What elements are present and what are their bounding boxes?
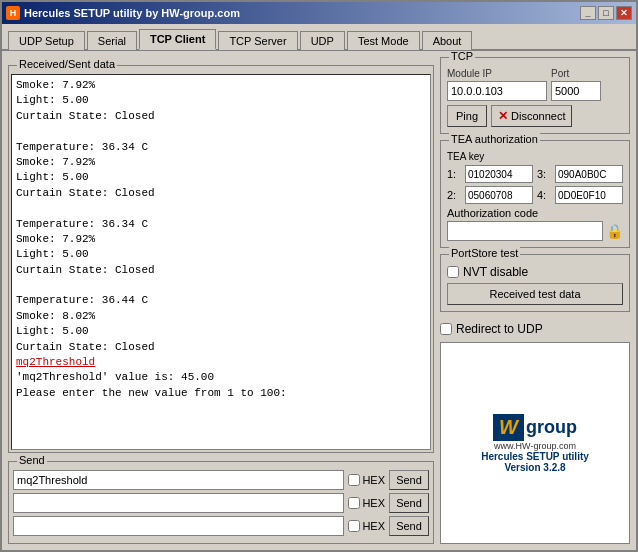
lock-icon[interactable]: 🔒 (606, 223, 623, 239)
send-input-2[interactable] (13, 493, 344, 513)
tcp-ip-field: Module IP (447, 68, 547, 101)
tcp-group-label: TCP (449, 51, 475, 62)
main-window: H Hercules SETUP utility by HW-group.com… (0, 0, 638, 552)
tcp-group: TCP Module IP Port Ping ✕ Disconne (440, 57, 630, 134)
hex-label-1: HEX (348, 474, 385, 486)
right-panel: TCP Module IP Port Ping ✕ Disconne (440, 57, 630, 544)
send-group: Send HEX Send HEX Send (8, 461, 434, 544)
hex-checkbox-2[interactable] (348, 497, 360, 509)
tea-row-1: 1: 3: (447, 165, 623, 183)
send-input-3[interactable] (13, 516, 344, 536)
hwgroup-name: group (526, 417, 577, 438)
received-text-content: Smoke: 7.92%Light: 5.00Curtain State: Cl… (16, 78, 426, 401)
title-bar: H Hercules SETUP utility by HW-group.com… (2, 2, 636, 24)
auth-code-label: Authorization code (447, 207, 623, 219)
hwgroup-url: www.HW-group.com (494, 441, 576, 451)
received-test-button[interactable]: Received test data (447, 283, 623, 305)
mq2-link[interactable]: mq2Threshold (16, 356, 95, 368)
received-group: Received/Sent data Smoke: 7.92%Light: 5.… (8, 65, 434, 453)
hwgroup-text: group (526, 417, 577, 437)
tea-key-label: TEA key (447, 151, 623, 162)
left-panel: Received/Sent data Smoke: 7.92%Light: 5.… (8, 57, 434, 544)
send-row-1: HEX Send (13, 470, 429, 490)
main-content: Received/Sent data Smoke: 7.92%Light: 5.… (2, 51, 636, 550)
tab-serial[interactable]: Serial (87, 31, 137, 50)
tea-input-2[interactable] (465, 186, 533, 204)
nvt-checkbox[interactable] (447, 266, 459, 278)
tea-num-3: 3: (537, 168, 551, 180)
title-bar-content: H Hercules SETUP utility by HW-group.com (6, 6, 240, 20)
hwgroup-version: Version 3.2.8 (504, 462, 565, 473)
received-scroll-area: Smoke: 7.92%Light: 5.00Curtain State: Cl… (11, 74, 431, 450)
maximize-button[interactable]: □ (598, 6, 614, 20)
ping-button[interactable]: Ping (447, 105, 487, 127)
send-row-2: HEX Send (13, 493, 429, 513)
auth-input-row: 🔒 (447, 221, 623, 241)
close-button[interactable]: ✕ (616, 6, 632, 20)
tea-num-2: 2: (447, 189, 461, 201)
tcp-buttons: Ping ✕ Disconnect (447, 105, 623, 127)
tea-group: TEA authorization TEA key 1: 3: 2: 4: Au… (440, 140, 630, 248)
redirect-label: Redirect to UDP (456, 322, 543, 336)
tcp-ip-label: Module IP (447, 68, 547, 79)
tcp-ip-input[interactable] (447, 81, 547, 101)
send-input-1[interactable] (13, 470, 344, 490)
tea-input-3[interactable] (555, 165, 623, 183)
tab-test-mode[interactable]: Test Mode (347, 31, 420, 50)
tab-bar: UDP Setup Serial TCP Client TCP Server U… (2, 24, 636, 51)
disconnect-label: Disconnect (511, 110, 565, 122)
tea-group-label: TEA authorization (449, 133, 540, 145)
tab-udp[interactable]: UDP (300, 31, 345, 50)
hex-text-2: HEX (362, 497, 385, 509)
tab-tcp-client[interactable]: TCP Client (139, 29, 216, 50)
tea-num-1: 1: (447, 168, 461, 180)
redirect-row: Redirect to UDP (440, 322, 630, 336)
hw-w-letter: W (499, 416, 518, 439)
send-label: Send (17, 454, 47, 466)
nvt-label: NVT disable (463, 265, 528, 279)
auth-row: Authorization code 🔒 (447, 207, 623, 241)
received-textarea[interactable]: Smoke: 7.92%Light: 5.00Curtain State: Cl… (11, 74, 431, 450)
auth-code-input[interactable] (447, 221, 603, 241)
tab-tcp-server[interactable]: TCP Server (218, 31, 297, 50)
portstore-group: PortStore test NVT disable Received test… (440, 254, 630, 312)
hex-checkbox-1[interactable] (348, 474, 360, 486)
hwgroup-logo-box: W (493, 414, 524, 441)
send-button-3[interactable]: Send (389, 516, 429, 536)
hwgroup-desc: Hercules SETUP utility (481, 451, 589, 462)
hex-text-1: HEX (362, 474, 385, 486)
hex-checkbox-3[interactable] (348, 520, 360, 532)
disconnect-button[interactable]: ✕ Disconnect (491, 105, 572, 127)
tcp-fields-row: Module IP Port (447, 68, 623, 101)
tab-about[interactable]: About (422, 31, 473, 50)
hex-label-3: HEX (348, 520, 385, 532)
received-label: Received/Sent data (17, 58, 117, 70)
tcp-port-field: Port (551, 68, 601, 101)
send-button-1[interactable]: Send (389, 470, 429, 490)
tea-input-4[interactable] (555, 186, 623, 204)
disconnect-x-icon: ✕ (498, 109, 508, 123)
send-row-3: HEX Send (13, 516, 429, 536)
redirect-checkbox[interactable] (440, 323, 452, 335)
minimize-button[interactable]: _ (580, 6, 596, 20)
send-button-2[interactable]: Send (389, 493, 429, 513)
portstore-label: PortStore test (449, 247, 520, 259)
hwgroup-logo-top: W group (493, 414, 577, 441)
app-icon: H (6, 6, 20, 20)
tea-row-2: 2: 4: (447, 186, 623, 204)
window-title: Hercules SETUP utility by HW-group.com (24, 7, 240, 19)
nvt-row: NVT disable (447, 265, 623, 279)
hex-text-3: HEX (362, 520, 385, 532)
tab-udp-setup[interactable]: UDP Setup (8, 31, 85, 50)
hex-label-2: HEX (348, 497, 385, 509)
hwgroup-logo: W group www.HW-group.com Hercules SETUP … (440, 342, 630, 544)
tea-num-4: 4: (537, 189, 551, 201)
tcp-port-input[interactable] (551, 81, 601, 101)
tea-input-1[interactable] (465, 165, 533, 183)
tcp-port-label: Port (551, 68, 601, 79)
window-controls: _ □ ✕ (580, 6, 632, 20)
